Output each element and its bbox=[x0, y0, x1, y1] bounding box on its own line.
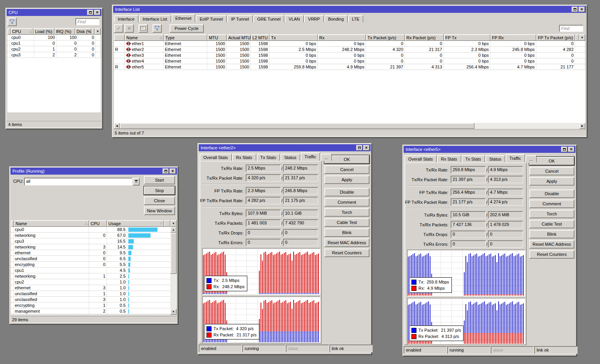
cpu-window-titlebar[interactable]: CPU ✕ bbox=[7, 9, 101, 16]
tab-vlan[interactable]: VLAN bbox=[285, 15, 304, 23]
profile-row[interactable]: networking314.5 bbox=[11, 244, 177, 250]
column-header-name[interactable]: Name△ bbox=[125, 34, 164, 41]
reset-counters-button[interactable]: Reset Counters bbox=[324, 248, 369, 257]
reset-mac-address-button[interactable]: Reset MAC Address bbox=[529, 240, 574, 248]
interface-row[interactable]: ether4Ethernet1500150015980 bps0 bps000 … bbox=[114, 58, 585, 64]
column-header-name[interactable]: Name△ bbox=[14, 220, 89, 227]
scroll-down-icon[interactable]: ▼ bbox=[170, 309, 177, 315]
tab-eoip-tunnel[interactable]: EoIP Tunnel bbox=[196, 15, 227, 23]
tab-rx-stats[interactable]: Rx Stats bbox=[232, 154, 256, 161]
column-header-actual-mtu[interactable]: Actual MTU bbox=[227, 34, 251, 41]
profile-row[interactable]: networking067.0 bbox=[11, 233, 177, 238]
profile-row[interactable]: encrypting05.5 bbox=[11, 262, 177, 268]
column-menu-icon[interactable]: ▼ bbox=[170, 220, 177, 227]
column-menu-icon[interactable]: ▼ bbox=[94, 28, 101, 35]
profile-row[interactable]: unclassified11.0 bbox=[11, 291, 177, 297]
tab-overall-stats[interactable]: Overall Stats bbox=[199, 154, 232, 161]
interface-hscrollbar[interactable]: ◀ ▶ bbox=[114, 123, 585, 129]
column-header-disk[interactable]: Disk (%) bbox=[75, 28, 92, 35]
column-header-rx-packet-p-s[interactable]: Rx Packet (p/s) bbox=[405, 34, 444, 41]
column-header-tx-packet-p-s[interactable]: Tx Packet (p/s) bbox=[366, 34, 405, 41]
maximize-icon[interactable] bbox=[163, 168, 169, 174]
disable-button[interactable]: Disable bbox=[324, 188, 369, 196]
tab-more[interactable]: ... bbox=[320, 154, 332, 161]
column-header-cpu[interactable]: CPU bbox=[89, 220, 107, 227]
reset-mac-address-button[interactable]: Reset MAC Address bbox=[324, 238, 369, 247]
profile-row[interactable]: unclassified06.5 bbox=[11, 256, 177, 262]
interface-list-titlebar[interactable]: Interface List ✕ bbox=[113, 6, 586, 13]
interface-row[interactable]: Rether2Ethernet1500150015982.5 Mbps248.2… bbox=[114, 47, 585, 52]
apply-button[interactable]: Apply bbox=[529, 177, 574, 186]
tab-status[interactable]: Status bbox=[280, 154, 300, 161]
tab-lte[interactable]: LTE bbox=[348, 15, 363, 23]
apply-button[interactable]: Apply bbox=[324, 175, 369, 184]
filter-button[interactable] bbox=[7, 18, 17, 26]
tab-status[interactable]: Status bbox=[485, 155, 505, 163]
stop-button[interactable]: Stop bbox=[144, 186, 175, 195]
tab-tx-stats[interactable]: Tx Stats bbox=[462, 155, 485, 163]
column-header-load[interactable]: Load (%) bbox=[33, 28, 54, 35]
filter-button[interactable] bbox=[152, 24, 162, 33]
enable-button[interactable]: ✓ bbox=[114, 24, 123, 33]
profile-row[interactable]: management20.5 bbox=[11, 308, 177, 314]
column-header-irq[interactable]: IRQ (%) bbox=[54, 28, 75, 35]
profile-row[interactable]: cpu21.0 bbox=[11, 279, 177, 285]
scroll-thumb[interactable] bbox=[170, 233, 177, 274]
torch-button[interactable]: Torch bbox=[529, 210, 574, 218]
interface-find-input[interactable] bbox=[559, 25, 583, 32]
profile-titlebar[interactable]: Profile (Running) ✕ bbox=[10, 168, 177, 175]
profile-row[interactable]: networking12.5 bbox=[11, 273, 177, 279]
close-icon[interactable]: ✕ bbox=[579, 7, 585, 12]
close-icon[interactable]: ✕ bbox=[94, 10, 100, 15]
profile-row[interactable]: ethernet31.0 bbox=[11, 285, 177, 291]
table-row[interactable]: cpu2100 bbox=[7, 46, 101, 52]
interface-row[interactable]: Rether5Ethernet150015001598259.8 Mbps4.9… bbox=[114, 64, 585, 70]
profile-row[interactable]: cpu088.5 bbox=[11, 227, 177, 233]
close-button[interactable]: Close bbox=[144, 196, 175, 205]
tab-traffic[interactable]: Traffic bbox=[301, 152, 320, 161]
tab-gre-tunnel[interactable]: GRE Tunnel bbox=[253, 15, 284, 23]
tab-vrrp[interactable]: VRRP bbox=[304, 15, 324, 23]
cpu-find-input[interactable] bbox=[75, 18, 100, 25]
profile-row[interactable]: encrypting10.5 bbox=[11, 303, 177, 308]
new-window-button[interactable]: New Window bbox=[144, 206, 175, 215]
tab-interface[interactable]: Interface bbox=[114, 15, 138, 23]
column-header-fp-tx-packet-p-s[interactable]: FP Tx Packet (p/s) bbox=[536, 34, 575, 41]
disable-button[interactable]: Disable bbox=[529, 189, 574, 198]
column-header-tx[interactable]: Tx bbox=[269, 34, 318, 41]
column-header-usage[interactable]: Usage▽ bbox=[107, 220, 164, 227]
column-header-l2-mtu[interactable]: L2 MTU bbox=[251, 34, 269, 41]
comment-button[interactable]: Comment bbox=[529, 200, 574, 208]
maximize-icon[interactable] bbox=[572, 7, 578, 12]
power-cycle-button[interactable]: Power Cycle bbox=[170, 24, 204, 33]
tab-overall-stats[interactable]: Overall Stats bbox=[404, 155, 437, 163]
column-menu-icon[interactable]: ▼ bbox=[579, 34, 585, 41]
ether2-titlebar[interactable]: Interface <ether2>✕ bbox=[199, 144, 371, 151]
tab-ethernet[interactable]: Ethernet bbox=[171, 14, 196, 23]
close-icon[interactable]: ✕ bbox=[568, 147, 574, 152]
table-row[interactable]: cpu3220 bbox=[7, 52, 101, 58]
interface-row[interactable]: ether1Ethernet1500150015980 bps0 bps000 … bbox=[114, 41, 585, 47]
profile-row[interactable]: unclassified31.0 bbox=[11, 297, 177, 303]
cancel-button[interactable]: Cancel bbox=[529, 167, 574, 175]
maximize-icon[interactable] bbox=[87, 10, 93, 15]
scroll-right-icon[interactable]: ▶ bbox=[579, 123, 585, 129]
cancel-button[interactable]: Cancel bbox=[324, 165, 369, 174]
column-header-mtu[interactable]: MTU bbox=[207, 34, 227, 41]
column-header-fp-tx[interactable]: FP Tx bbox=[444, 34, 490, 41]
column-header-rx[interactable]: Rx bbox=[318, 34, 366, 41]
disable-button[interactable]: ✕ bbox=[124, 24, 134, 33]
tab-interface-list[interactable]: Interface List bbox=[139, 15, 171, 23]
close-icon[interactable]: ✕ bbox=[170, 168, 176, 174]
comment-button[interactable]: Comment bbox=[324, 198, 369, 206]
scroll-left-icon[interactable]: ◀ bbox=[114, 123, 120, 129]
tab-rx-stats[interactable]: Rx Stats bbox=[437, 155, 461, 163]
torch-button[interactable]: Torch bbox=[324, 208, 369, 217]
profile-row[interactable]: cpu14.5 bbox=[11, 268, 177, 273]
comment-button[interactable] bbox=[138, 24, 148, 33]
cpu-select[interactable]: all bbox=[24, 178, 132, 186]
column-header-cpu[interactable]: CPU△ bbox=[10, 28, 33, 35]
tab-more[interactable]: ... bbox=[525, 155, 537, 163]
tab-traffic[interactable]: Traffic bbox=[506, 154, 525, 163]
scroll-thumb[interactable] bbox=[120, 123, 474, 129]
